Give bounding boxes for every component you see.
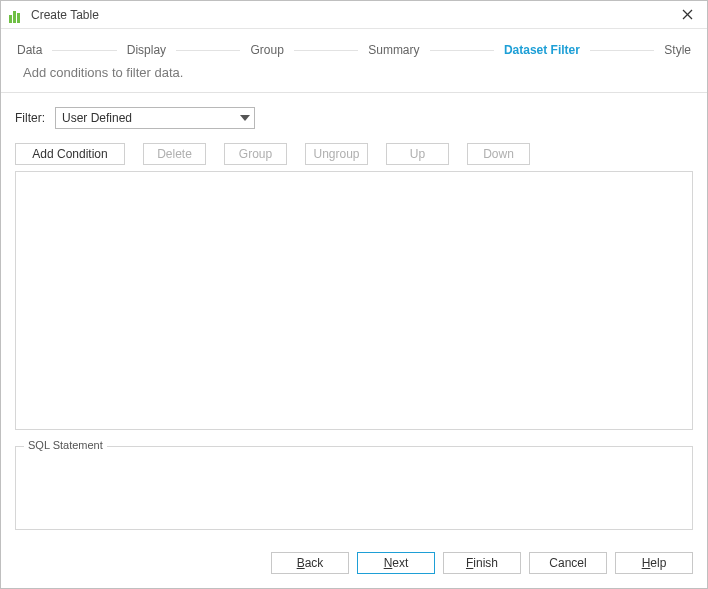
finish-button-label: F [466,556,473,570]
wizard-steps: Data Display Group Summary Dataset Filte… [1,29,707,63]
filter-select-value: User Defined [62,111,132,125]
step-separator [430,50,494,51]
chevron-down-icon [240,115,250,121]
sql-statement-group: SQL Statement [15,446,693,530]
step-subtitle: Add conditions to filter data. [1,63,707,92]
dialog-body: Filter: User Defined Add Condition Delet… [1,92,707,540]
close-button[interactable] [673,3,701,27]
step-separator [294,50,358,51]
conditions-list[interactable] [15,171,693,430]
cancel-button[interactable]: Cancel [529,552,607,574]
step-style[interactable]: Style [664,43,691,57]
sql-statement-legend: SQL Statement [24,439,107,451]
finish-button-rest: inish [473,556,498,570]
filter-row: Filter: User Defined [15,107,693,129]
filter-select[interactable]: User Defined [55,107,255,129]
step-summary[interactable]: Summary [368,43,419,57]
back-button[interactable]: Back [271,552,349,574]
delete-button[interactable]: Delete [143,143,206,165]
next-button-label: N [384,556,393,570]
close-icon [682,9,693,20]
step-separator [176,50,240,51]
group-button[interactable]: Group [224,143,287,165]
condition-toolbar: Add Condition Delete Group Ungroup Up Do… [15,143,693,165]
step-group[interactable]: Group [250,43,283,57]
up-button[interactable]: Up [386,143,449,165]
down-button[interactable]: Down [467,143,530,165]
step-display[interactable]: Display [127,43,166,57]
help-button-label: H [642,556,651,570]
back-button-label: B [297,556,305,570]
svg-marker-2 [240,115,250,121]
step-data[interactable]: Data [17,43,42,57]
help-button[interactable]: Help [615,552,693,574]
step-separator [52,50,116,51]
next-button[interactable]: Next [357,552,435,574]
finish-button[interactable]: Finish [443,552,521,574]
step-separator [590,50,654,51]
add-condition-button[interactable]: Add Condition [15,143,125,165]
step-dataset-filter[interactable]: Dataset Filter [504,43,580,57]
titlebar: Create Table [1,1,707,29]
help-button-rest: elp [650,556,666,570]
filter-label: Filter: [15,111,45,125]
back-button-rest: ack [305,556,324,570]
dialog-window: Create Table Data Display Group Summary … [0,0,708,589]
dialog-footer: Back Next Finish Cancel Help [1,540,707,588]
window-title: Create Table [31,8,99,22]
ungroup-button[interactable]: Ungroup [305,143,368,165]
chart-icon [9,7,25,23]
next-button-rest: ext [392,556,408,570]
